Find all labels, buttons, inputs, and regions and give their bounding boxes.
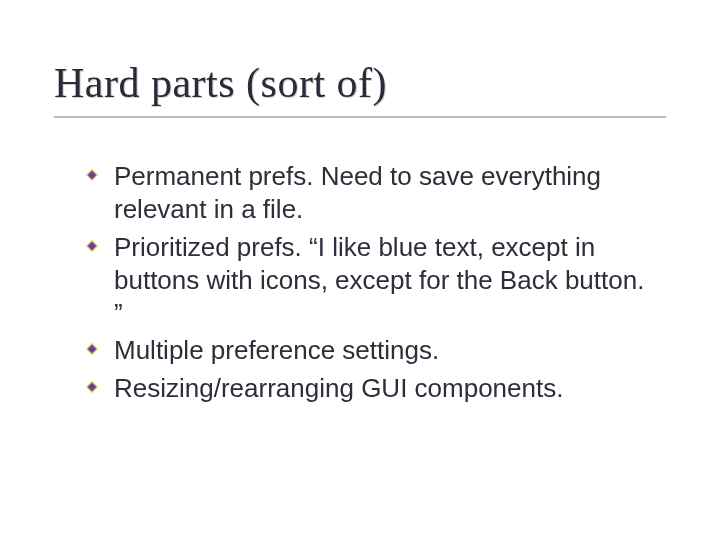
svg-rect-3 xyxy=(87,382,97,392)
diamond-bullet-icon xyxy=(86,169,98,181)
svg-rect-1 xyxy=(87,240,97,250)
list-item-text: Permanent prefs. Need to save everything… xyxy=(114,161,601,224)
title-underline xyxy=(54,116,666,118)
slide-title: Hard parts (sort of) xyxy=(54,60,666,106)
diamond-bullet-icon xyxy=(86,240,98,252)
list-item-text: Multiple preference settings. xyxy=(114,335,439,365)
svg-rect-0 xyxy=(87,170,97,180)
list-item: Multiple preference settings. xyxy=(108,334,658,367)
diamond-bullet-icon xyxy=(86,381,98,393)
diamond-bullet-icon xyxy=(86,343,98,355)
list-item-text: Prioritized prefs. “I like blue text, ex… xyxy=(114,232,644,329)
slide: Hard parts (sort of) Permanent prefs. Ne… xyxy=(0,0,720,540)
list-item: Prioritized prefs. “I like blue text, ex… xyxy=(108,231,658,331)
svg-rect-2 xyxy=(87,344,97,354)
list-item-text: Resizing/rearranging GUI components. xyxy=(114,373,563,403)
bullet-list: Permanent prefs. Need to save everything… xyxy=(108,160,658,409)
list-item: Resizing/rearranging GUI components. xyxy=(108,372,658,405)
title-area: Hard parts (sort of) xyxy=(54,60,666,118)
list-item: Permanent prefs. Need to save everything… xyxy=(108,160,658,227)
